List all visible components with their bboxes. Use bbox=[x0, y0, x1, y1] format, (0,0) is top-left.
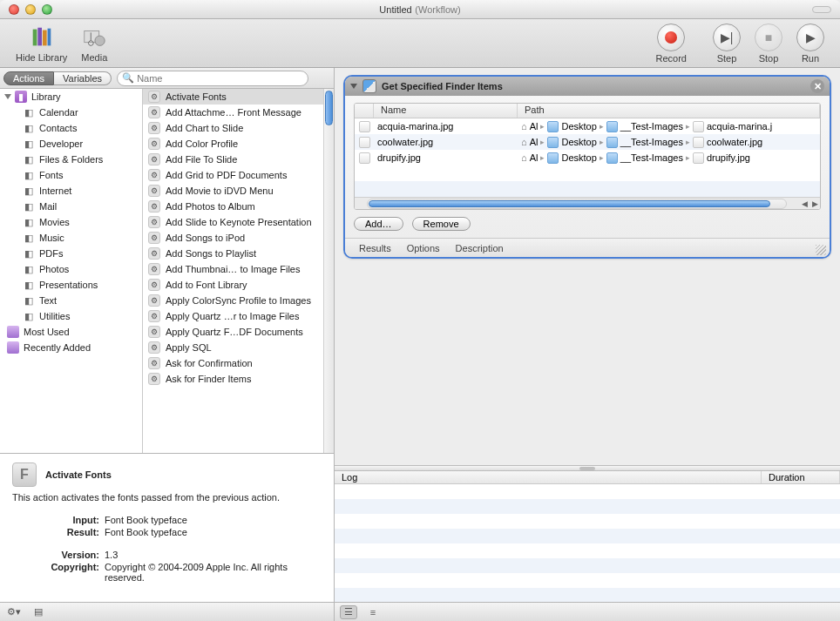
finder-items-table[interactable]: Name Path acquia-marina.jpg⌂Al▸Desktop▸_… bbox=[354, 103, 821, 210]
scrollbar-thumb[interactable] bbox=[369, 200, 770, 207]
library-segment: Actions Variables bbox=[3, 71, 112, 85]
library-item[interactable]: ◧Mail bbox=[0, 199, 142, 214]
action-item-label: Apply ColorSync Profile to Images bbox=[166, 295, 311, 306]
action-list-item[interactable]: ⚙Add Chart to Slide bbox=[143, 120, 323, 136]
stop-button[interactable]: ■ Stop bbox=[748, 22, 789, 65]
gear-menu-button[interactable]: ⚙︎▾ bbox=[5, 605, 23, 619]
action-list-item[interactable]: ⚙Add Photos to Album bbox=[143, 199, 323, 214]
category-icon: ◧ bbox=[23, 247, 35, 260]
library-item[interactable]: ◧Utilities bbox=[0, 308, 142, 324]
actions-segment-button[interactable]: Actions bbox=[3, 71, 54, 85]
media-button[interactable]: Media bbox=[74, 23, 114, 64]
workflow-log-splitter[interactable] bbox=[335, 465, 840, 471]
action-list-item[interactable]: ⚙Add Attachme… Front Message bbox=[143, 105, 323, 120]
action-list-item[interactable]: ⚙Apply SQL bbox=[143, 340, 323, 355]
library-item-label: Mail bbox=[39, 201, 57, 212]
library-tree[interactable]: ▮ Library ◧Calendar◧Contacts◧Developer◧F… bbox=[0, 89, 143, 453]
library-root-label: Library bbox=[31, 91, 61, 102]
log-list-view-button[interactable]: ☰ bbox=[340, 605, 357, 619]
column-name[interactable]: Name bbox=[374, 104, 518, 118]
action-icon: ⚙ bbox=[148, 216, 160, 228]
workflow-action-card[interactable]: Get Specified Finder Items ✕ Name Path a… bbox=[343, 75, 831, 259]
action-list-item[interactable]: ⚙Add Thumbnai… to Image Files bbox=[143, 261, 323, 277]
action-list-item[interactable]: ⚙Add File To Slide bbox=[143, 152, 323, 167]
library-item[interactable]: ◧PDFs bbox=[0, 246, 142, 261]
record-button[interactable]: Record bbox=[649, 22, 694, 65]
disclosure-triangle-icon[interactable] bbox=[350, 84, 357, 89]
library-item[interactable]: ◧Text bbox=[0, 293, 142, 308]
library-item[interactable]: ◧Fonts bbox=[0, 167, 142, 183]
action-item-label: Add Chart to Slide bbox=[166, 123, 243, 133]
scrollbar-thumb[interactable] bbox=[325, 91, 333, 125]
path-folder1: Desktop bbox=[561, 121, 596, 132]
smart-folder-item[interactable]: Recently Added bbox=[0, 340, 142, 355]
library-item[interactable]: ◧Movies bbox=[0, 214, 142, 230]
category-icon: ◧ bbox=[23, 200, 35, 213]
log-detail-view-button[interactable]: ≡ bbox=[364, 605, 382, 619]
smart-folder-label: Most Used bbox=[24, 327, 70, 337]
remove-items-button[interactable]: Remove bbox=[412, 217, 471, 231]
library-root-row[interactable]: ▮ Library bbox=[0, 89, 142, 105]
action-list-item[interactable]: ⚙Add Movie to iDVD Menu bbox=[143, 183, 323, 199]
close-action-button[interactable]: ✕ bbox=[810, 79, 824, 93]
action-list-item[interactable]: ⚙Add to Font Library bbox=[143, 277, 323, 293]
library-item[interactable]: ◧Files & Folders bbox=[0, 152, 142, 167]
workflow-canvas[interactable]: Get Specified Finder Items ✕ Name Path a… bbox=[335, 68, 840, 465]
actions-list[interactable]: ⚙Activate Fonts⚙Add Attachme… Front Mess… bbox=[143, 89, 334, 453]
table-row[interactable]: acquia-marina.jpg⌂Al▸Desktop▸__Test-Imag… bbox=[355, 118, 820, 134]
library-item[interactable]: ◧Developer bbox=[0, 136, 142, 152]
table-row[interactable]: coolwater.jpg⌂Al▸Desktop▸__Test-Images▸c… bbox=[355, 134, 820, 150]
library-item[interactable]: ◧Internet bbox=[0, 183, 142, 199]
disclosure-triangle-icon[interactable] bbox=[4, 94, 11, 99]
scroll-left-icon[interactable]: ◀ bbox=[799, 199, 810, 208]
action-list-item[interactable]: ⚙Apply Quartz …r to Image Files bbox=[143, 308, 323, 324]
smart-folder-item[interactable]: Most Used bbox=[0, 324, 142, 340]
path-file: drupify.jpg bbox=[707, 152, 750, 163]
library-item[interactable]: ◧Calendar bbox=[0, 105, 142, 120]
run-button[interactable]: ▶ Run bbox=[789, 22, 831, 65]
library-item[interactable]: ◧Contacts bbox=[0, 120, 142, 136]
step-button[interactable]: ▶| Step bbox=[706, 22, 748, 65]
action-list-item[interactable]: ⚙Add Grid to PDF Documents bbox=[143, 167, 323, 183]
action-list-item[interactable]: ⚙Apply Quartz F…DF Documents bbox=[143, 324, 323, 340]
action-list-item[interactable]: ⚙Add Color Profile bbox=[143, 136, 323, 152]
action-icon: ⚙ bbox=[148, 122, 160, 134]
action-list-item[interactable]: ⚙Add Songs to iPod bbox=[143, 230, 323, 246]
log-column-log[interactable]: Log bbox=[335, 471, 762, 483]
action-list-item[interactable]: ⚙Ask for Finder Items bbox=[143, 371, 323, 387]
toggle-description-button[interactable]: ▤ bbox=[30, 605, 47, 619]
action-item-label: Ask for Finder Items bbox=[166, 374, 251, 384]
chevron-right-icon: ▸ bbox=[540, 138, 545, 146]
action-card-header[interactable]: Get Specified Finder Items ✕ bbox=[345, 77, 830, 96]
category-icon: ◧ bbox=[23, 185, 35, 197]
copyright-label: Copyright: bbox=[12, 562, 99, 583]
action-card-title: Get Specified Finder Items bbox=[382, 81, 503, 91]
action-list-item[interactable]: ⚙Apply ColorSync Profile to Images bbox=[143, 293, 323, 308]
column-path[interactable]: Path bbox=[518, 104, 820, 118]
actions-scrollbar[interactable] bbox=[323, 89, 334, 453]
log-column-duration[interactable]: Duration bbox=[762, 471, 840, 483]
horizontal-scrollbar[interactable]: ◀ ▶ bbox=[355, 197, 820, 209]
hide-library-button[interactable]: Hide Library bbox=[9, 23, 74, 64]
footer-description-button[interactable]: Description bbox=[456, 243, 504, 253]
library-item[interactable]: ◧Photos bbox=[0, 261, 142, 277]
search-input[interactable] bbox=[117, 71, 308, 86]
action-list-item[interactable]: ⚙Ask for Confirmation bbox=[143, 355, 323, 371]
category-icon: ◧ bbox=[23, 169, 35, 181]
add-items-button[interactable]: Add… bbox=[354, 217, 403, 231]
path-folder2: __Test-Images bbox=[620, 121, 683, 132]
library-item[interactable]: ◧Presentations bbox=[0, 277, 142, 293]
resize-grip-icon[interactable] bbox=[816, 245, 826, 255]
footer-results-button[interactable]: Results bbox=[359, 243, 391, 253]
action-list-item[interactable]: ⚙Add Slide to Keynote Presentation bbox=[143, 214, 323, 230]
toolbar-pill-button[interactable] bbox=[812, 6, 831, 13]
library-item-label: Utilities bbox=[39, 311, 70, 321]
library-item[interactable]: ◧Music bbox=[0, 230, 142, 246]
scroll-right-icon[interactable]: ▶ bbox=[810, 199, 820, 208]
table-row[interactable]: drupify.jpg⌂Al▸Desktop▸__Test-Images▸dru… bbox=[355, 150, 820, 165]
input-value: Font Book typeface bbox=[105, 515, 322, 525]
action-list-item[interactable]: ⚙Add Songs to Playlist bbox=[143, 246, 323, 261]
action-list-item[interactable]: ⚙Activate Fonts bbox=[143, 89, 323, 105]
footer-options-button[interactable]: Options bbox=[407, 243, 440, 253]
variables-segment-button[interactable]: Variables bbox=[54, 71, 112, 85]
